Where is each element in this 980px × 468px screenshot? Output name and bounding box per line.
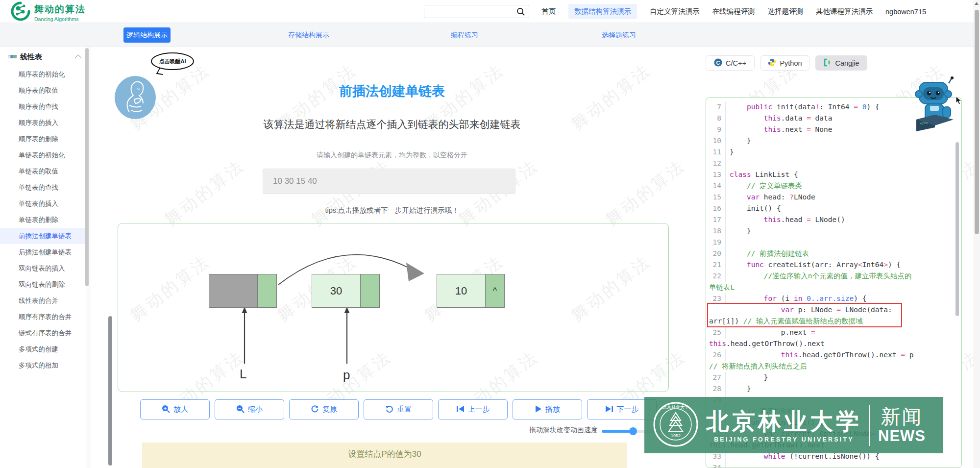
banner-university-name-en: BEIJING FORESTRY UNIVERSITY xyxy=(714,436,854,443)
sidebar-item-13[interactable]: 双向链表的插入 xyxy=(0,260,86,276)
sidebar-item-4[interactable]: 顺序表的插入 xyxy=(0,115,86,131)
watermark-text: 舞动的算法 xyxy=(160,154,249,231)
step-back-icon xyxy=(456,405,465,414)
sidebar-item-10[interactable]: 单链表的删除 xyxy=(0,212,86,228)
logo-subtitle: Dancing Algorithms xyxy=(34,16,86,22)
line-number: 19 xyxy=(709,237,726,248)
site-logo[interactable]: 舞动的算法 Dancing Algorithms xyxy=(11,1,86,23)
user-menu[interactable]: ngbowen715 xyxy=(885,8,926,16)
restore-icon xyxy=(311,405,319,415)
line-number: 28 xyxy=(709,383,726,394)
zoom-out-icon xyxy=(236,405,245,415)
demo-title: 前插法创建单链表 xyxy=(118,82,666,100)
code-line: 27 } xyxy=(709,372,961,383)
nav-item-3[interactable]: 在线编程评测 xyxy=(712,7,755,16)
sidebar-item-7[interactable]: 单链表的取值 xyxy=(0,163,86,179)
visualization-canvas[interactable]: 30 10 ^ L p xyxy=(118,223,669,392)
node-data-cell xyxy=(209,274,258,308)
nav-item-5[interactable]: 其他课程算法演示 xyxy=(816,7,873,16)
code-line: 单链表L xyxy=(709,282,961,293)
sidebar-item-8[interactable]: 单链表的查找 xyxy=(0,179,86,196)
element-input-label: 请输入创建的单链表元素，均为整数，以空格分开 xyxy=(118,151,666,160)
sidebar-scrollbar[interactable] xyxy=(86,47,90,468)
tab-storage-structure[interactable]: 存储结构展示 xyxy=(284,27,333,43)
node-pointer-cell: ^ xyxy=(485,274,505,308)
page-scrollbar-thumb[interactable] xyxy=(975,10,979,234)
line-number: 25 xyxy=(709,327,726,338)
search-input[interactable] xyxy=(424,5,513,17)
main-navigation: 首页数据结构算法演示自定义算法演示在线编程评测选择题评测其他课程算法演示ngbo… xyxy=(541,0,926,23)
sidebar-item-9[interactable]: 单链表的插入 xyxy=(0,196,86,212)
page-scrollbar[interactable] xyxy=(974,0,980,468)
element-input[interactable] xyxy=(263,169,515,194)
logo-title: 舞动的算法 xyxy=(34,3,86,16)
line-number: 13 xyxy=(709,169,726,180)
sidebar-item-6[interactable]: 单链表的初始化 xyxy=(0,147,86,163)
node-data-cell: 30 xyxy=(312,274,361,308)
status-message: 设置结点P的值为30 xyxy=(142,443,627,466)
line-number: 11 xyxy=(709,147,726,158)
content-scrollbar-thumb[interactable] xyxy=(108,316,112,466)
line-number: 26 xyxy=(709,349,726,361)
button-zoom-out[interactable]: 缩小 xyxy=(215,399,284,419)
code-scrollbar-thumb[interactable] xyxy=(956,142,959,316)
sidebar-item-2[interactable]: 顺序表的取值 xyxy=(0,82,86,99)
ai-assistant-avatar[interactable] xyxy=(115,76,156,119)
c-logo-icon: C xyxy=(714,58,722,68)
code-line: 18 } xyxy=(709,225,961,237)
code-line: 14 // 定义单链表类 xyxy=(709,180,961,192)
sidebar-item-1[interactable]: 顺序表的初始化 xyxy=(0,66,86,82)
sidebar-item-19[interactable]: 多项式的相加 xyxy=(0,357,86,373)
lang-tab-python[interactable]: Python xyxy=(760,55,809,71)
sidebar-item-18[interactable]: 多项式的创建 xyxy=(0,341,86,357)
button-restore[interactable]: 复原 xyxy=(289,399,359,419)
sidebar-group-linear-list[interactable]: 线性表 xyxy=(8,52,81,62)
tab-coding-practice[interactable]: 编程练习 xyxy=(447,27,482,43)
robot-mascot[interactable]: </>= xyxy=(912,76,957,135)
button-play[interactable]: 播放 xyxy=(513,399,582,419)
sidebar-item-5[interactable]: 顺序表的删除 xyxy=(0,131,86,147)
nav-item-0[interactable]: 首页 xyxy=(541,7,556,16)
mouse-cursor-icon xyxy=(956,96,962,107)
nav-item-4[interactable]: 选择题评测 xyxy=(768,7,804,16)
nav-item-1[interactable]: 数据结构算法演示 xyxy=(568,4,637,19)
sidebar-item-17[interactable]: 链式有序表的合并 xyxy=(0,325,86,341)
sidebar-item-12[interactable]: 后插法创建单链表 xyxy=(0,244,86,260)
line-number: 34 xyxy=(709,462,726,468)
demo-subtitle: 该算法是通过将新结点逐个插入到链表的头部来创建链表 xyxy=(118,118,666,131)
sidebar-item-14[interactable]: 双向链表的删除 xyxy=(0,276,86,293)
speed-slider-handle[interactable] xyxy=(629,427,637,435)
sidebar-scrollbar-thumb[interactable] xyxy=(85,48,89,286)
button-reset[interactable]: 重置 xyxy=(364,399,433,419)
lang-tab-cc[interactable]: CC/C++ xyxy=(706,55,755,71)
code-line: 22 //逆位序输入n个元素的值，建立带表头结点的 xyxy=(709,271,961,282)
button-zoom-in[interactable]: 放大 xyxy=(140,399,210,419)
sidebar-item-3[interactable]: 顺序表的查找 xyxy=(0,99,86,115)
list-node-10[interactable]: 10 ^ xyxy=(437,274,505,308)
button-step-back[interactable]: 上一步 xyxy=(438,399,508,419)
tab-logic-structure[interactable]: 逻辑结构展示 xyxy=(123,27,171,43)
nav-item-2[interactable]: 自定义算法演示 xyxy=(650,7,700,16)
search-icon[interactable] xyxy=(516,7,526,19)
sidebar-item-11[interactable]: 前插法创建单链表 xyxy=(0,228,86,244)
code-line: 26 this.head.getOrThrow().next = p xyxy=(709,349,961,361)
sidebar-item-16[interactable]: 顺序有序表的合并 xyxy=(0,309,86,325)
chevron-up-icon[interactable] xyxy=(75,54,81,61)
list-node-30[interactable]: 30 xyxy=(312,274,380,308)
scroll-up-arrow-icon[interactable] xyxy=(975,2,979,5)
svg-text:C: C xyxy=(716,59,720,65)
line-number: 7 xyxy=(709,101,726,113)
top-navbar: 舞动的算法 Dancing Algorithms 首页数据结构算法演示自定义算法… xyxy=(0,0,980,23)
line-number: 14 xyxy=(709,180,726,192)
ai-wake-bubble[interactable]: 点击唤醒AI xyxy=(151,52,194,70)
code-line: 11} xyxy=(709,147,961,158)
banner-news-label-en: NEWS xyxy=(878,427,926,445)
line-number: 20 xyxy=(709,248,726,259)
line-number: 17 xyxy=(709,214,726,225)
tab-quiz-practice[interactable]: 选择题练习 xyxy=(597,27,640,43)
list-node-head[interactable] xyxy=(209,274,277,308)
arrowhead-icon xyxy=(406,263,424,281)
code-line: 13class LinkList { xyxy=(709,169,961,180)
sidebar-item-15[interactable]: 线性表的合并 xyxy=(0,293,86,309)
lang-tab-cangjie[interactable]: Cangjie xyxy=(815,55,867,71)
